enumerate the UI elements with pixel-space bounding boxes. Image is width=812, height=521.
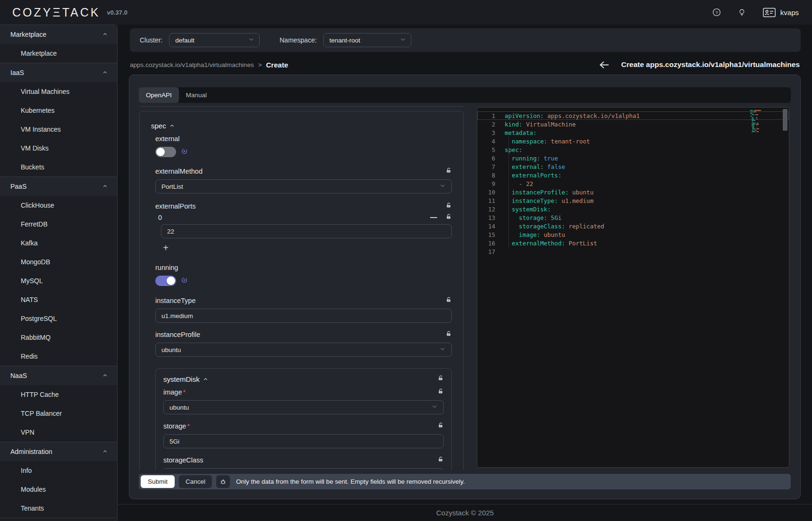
- sidebar-item-postgresql[interactable]: PostgreSQL: [0, 309, 117, 328]
- cluster-select[interactable]: default: [169, 33, 260, 47]
- toggle-knob: [167, 277, 175, 285]
- back-arrow-icon[interactable]: [599, 61, 609, 69]
- sidebar-item-tenants[interactable]: Tenants: [0, 499, 117, 518]
- chevron-down-icon: [431, 403, 438, 411]
- sidebar-section: MarketplaceMarketplace: [0, 25, 117, 63]
- code-line: 15 image: ubuntu: [477, 230, 789, 239]
- add-port-button[interactable]: +: [161, 243, 170, 252]
- app-header: COZYΞTACK v0.37.0 ? kvaps: [0, 0, 812, 25]
- sidebar-item-mongodb[interactable]: MongoDB: [0, 252, 117, 271]
- create-form-panel: OpenAPI Manual spec external externalMet…: [129, 75, 801, 499]
- lock-icon[interactable]: [438, 375, 444, 383]
- line-number: 3: [477, 129, 495, 136]
- systemDisk-section-toggle[interactable]: systemDisk: [163, 375, 208, 383]
- editor-scrollbar[interactable]: [783, 109, 787, 131]
- lock-icon[interactable]: [438, 456, 444, 464]
- indent-guide: [508, 137, 509, 247]
- chevron-up-icon: [102, 372, 108, 379]
- externalMethod-value: PortList: [161, 183, 183, 190]
- sidebar-item-modules[interactable]: Modules: [0, 480, 117, 499]
- sidebar-item-info[interactable]: Info: [0, 461, 117, 480]
- sidebar-item-http-cache[interactable]: HTTP Cache: [0, 385, 117, 404]
- context-toolbar: Cluster: default Namespace: tenant-root: [130, 28, 801, 52]
- submit-button[interactable]: Submit: [141, 475, 175, 488]
- tab-openapi[interactable]: OpenAPI: [139, 87, 179, 103]
- cancel-button[interactable]: Cancel: [179, 475, 212, 488]
- lock-icon[interactable]: [446, 202, 452, 210]
- chevron-up-icon: [102, 183, 108, 190]
- code-line: 10 instanceProfile: ubuntu: [477, 188, 789, 196]
- instanceType-input[interactable]: [155, 309, 452, 323]
- lock-icon[interactable]: [446, 330, 452, 339]
- username: kvaps: [780, 8, 799, 17]
- sidebar-item-rabbitmq[interactable]: RabbitMQ: [0, 328, 117, 347]
- sidebar-section-naas[interactable]: NaaS: [0, 366, 117, 385]
- cluster-label: Cluster:: [140, 36, 162, 44]
- help-icon[interactable]: ?: [712, 8, 721, 17]
- code-line: 13 storage: 5Gi: [477, 213, 789, 222]
- sidebar-item-tcp-balancer[interactable]: TCP Balancer: [0, 404, 117, 423]
- openapi-form: spec external externalMethod PortList: [139, 111, 464, 470]
- line-number: 5: [477, 146, 495, 153]
- lock-icon[interactable]: [446, 296, 452, 305]
- sidebar-item-clickhouse[interactable]: ClickHouse: [0, 196, 117, 215]
- lock-icon[interactable]: [446, 213, 452, 222]
- instanceProfile-select[interactable]: ubuntu: [155, 343, 452, 357]
- sidebar-item-marketplace[interactable]: Marketplace: [0, 44, 117, 63]
- breadcrumb-path[interactable]: apps.cozystack.io/v1alpha1/virtualmachin…: [130, 61, 254, 68]
- sidebar-item-vpn[interactable]: VPN: [0, 423, 117, 442]
- sidebar-section-administration[interactable]: Administration: [0, 442, 117, 461]
- sidebar-section-iaas[interactable]: IaaS: [0, 63, 117, 82]
- sidebar-item-virtual-machines[interactable]: Virtual Machines: [0, 82, 117, 101]
- sidebar-item-vm-disks[interactable]: VM Disks: [0, 139, 117, 158]
- instanceProfile-value: ubuntu: [161, 346, 181, 353]
- cluster-value: default: [175, 37, 195, 44]
- reset-field-icon[interactable]: [181, 148, 187, 156]
- theme-bulb-icon[interactable]: [738, 8, 746, 17]
- sidebar-section: IaaSVirtual MachinesKubernetesVM Instanc…: [0, 63, 117, 177]
- image-select[interactable]: ubuntu: [163, 400, 444, 414]
- sidebar-item-vm-instances[interactable]: VM Instances: [0, 120, 117, 139]
- storageClass-input[interactable]: [163, 468, 444, 470]
- sidebar-section-paas[interactable]: PaaS: [0, 177, 117, 196]
- line-number: 1: [477, 112, 495, 119]
- namespace-select[interactable]: tenant-root: [323, 33, 411, 47]
- divider: [139, 106, 464, 107]
- lock-icon[interactable]: [438, 388, 444, 396]
- external-toggle[interactable]: [155, 147, 176, 157]
- tab-manual[interactable]: Manual: [179, 87, 214, 103]
- reset-field-icon[interactable]: [181, 277, 187, 285]
- code-line: 1apiVersion: apps.cozystack.io/v1alpha1: [477, 111, 789, 120]
- toggle-knob: [156, 148, 165, 156]
- code-line: 5spec:: [477, 145, 789, 154]
- sidebar-item-redis[interactable]: Redis: [0, 347, 117, 366]
- minimap[interactable]: [750, 110, 779, 134]
- namespace-label: Namespace:: [279, 36, 317, 44]
- app-logo: COZYΞTACK: [12, 6, 101, 19]
- sidebar-menu: MarketplaceMarketplaceIaaSVirtual Machin…: [0, 25, 118, 521]
- storage-label: storage*: [163, 422, 190, 430]
- externalMethod-select[interactable]: PortList: [155, 179, 452, 193]
- lock-icon[interactable]: [438, 422, 444, 430]
- sidebar-item-kubernetes[interactable]: Kubernetes: [0, 101, 117, 120]
- running-label: running: [155, 264, 452, 271]
- yaml-editor[interactable]: 1apiVersion: apps.cozystack.io/v1alpha12…: [477, 107, 789, 468]
- user-menu[interactable]: kvaps: [763, 8, 799, 17]
- storage-input[interactable]: [163, 434, 444, 448]
- sidebar-item-ferretdb[interactable]: FerretDB: [0, 215, 117, 234]
- running-toggle[interactable]: [155, 276, 176, 286]
- sidebar-item-kafka[interactable]: Kafka: [0, 234, 117, 252]
- systemDisk-section: systemDisk image* ubuntu stor: [155, 368, 452, 470]
- sidebar-item-nats[interactable]: NATS: [0, 290, 117, 309]
- port-input[interactable]: [161, 224, 452, 238]
- spec-section-toggle[interactable]: spec: [151, 122, 452, 130]
- code-line: 4 namespace: tenant-root: [477, 137, 789, 145]
- lock-icon[interactable]: [446, 167, 452, 176]
- sidebar-item-mysql[interactable]: MySQL: [0, 271, 117, 290]
- remove-port-button[interactable]: [430, 217, 437, 218]
- sidebar-item-buckets[interactable]: Buckets: [0, 158, 117, 176]
- image-value: ubuntu: [169, 404, 189, 411]
- debug-button[interactable]: [216, 475, 230, 488]
- sidebar-section-marketplace[interactable]: Marketplace: [0, 25, 117, 44]
- sidebar-section-label: PaaS: [10, 183, 26, 190]
